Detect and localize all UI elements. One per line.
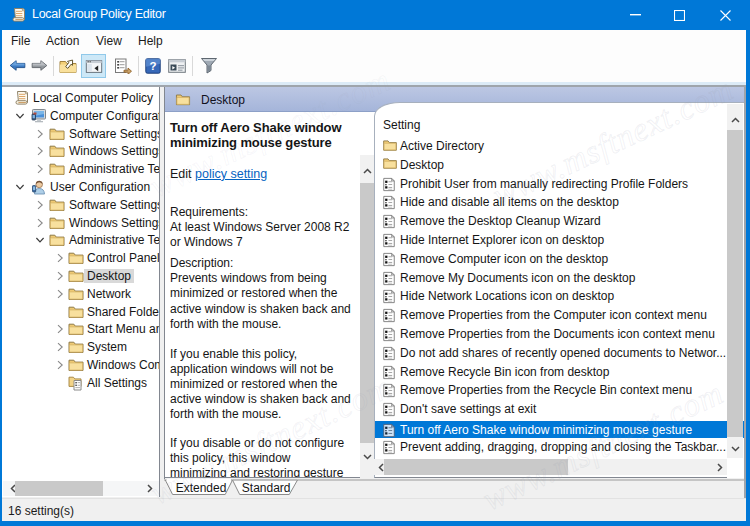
svg-text:Standard: Standard: [242, 481, 291, 495]
